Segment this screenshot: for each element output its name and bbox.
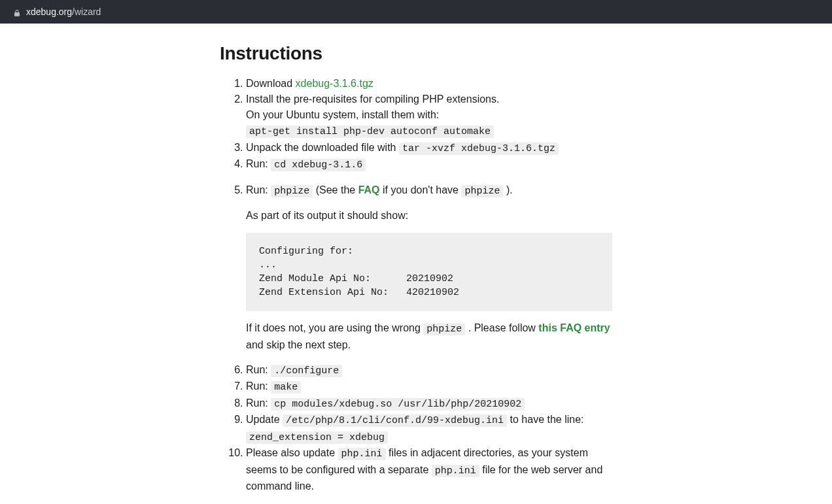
step-6-run: Run: [246,364,271,375]
step-10-text1: Please also update [246,447,338,458]
step-3-text: Unpack the downloaded file with [246,142,399,153]
step-7-cmd: make [271,381,301,394]
instructions-heading: Instructions [220,43,612,64]
step-9-text1: Update [246,414,283,425]
step-5-after3: and skip the next step. [246,339,351,350]
step-5: Run: phpize (See the FAQ if you don't ha… [246,182,612,353]
page-content: Instructions Download xdebug-3.1.6.tgz I… [207,24,625,504]
step-9-cmd1: /etc/php/8.1/cli/conf.d/99-xdebug.ini [283,414,507,427]
download-link[interactable]: xdebug-3.1.6.tgz [296,78,373,89]
step-5-after-cmd: phpize [423,323,465,335]
step-10-cmd1: php.ini [338,448,386,460]
step-2-text-2: On your Ubuntu system, install them with… [246,109,439,120]
step-5-run: Run: [246,184,271,195]
lock-icon [13,8,21,16]
step-5-cmd2: phpize [461,185,503,197]
browser-url-bar[interactable]: xdebug.org/wizard [0,0,832,24]
step-5-mid2: if you don't have [380,184,462,195]
step-10: Please also update php.ini files in adja… [246,445,612,494]
instructions-list: Download xdebug-3.1.6.tgz Install the pr… [220,76,612,494]
step-4-run: Run: [246,158,271,169]
step-5-output-intro: As part of its output it should show: [246,208,612,224]
step-6-cmd: ./configure [271,365,342,377]
step-10-cmd2: php.ini [432,465,479,477]
url-text: xdebug.org/wizard [26,7,101,17]
step-5-mid1: (See the [313,184,358,195]
step-9-text2: to have the line: [507,414,583,425]
step-3: Unpack the downloaded file with tar -xvz… [246,140,612,157]
step-8: Run: cp modules/xdebug.so /usr/lib/php/2… [246,395,612,412]
step-9-cmd2: zend_extension = xdebug [246,431,388,444]
step-2-text-1: Install the pre-requisites for compiling… [246,93,499,105]
step-4-cmd: cd xdebug-3.1.6 [271,159,366,171]
step-8-cmd: cp modules/xdebug.so /usr/lib/php/202109… [271,398,525,411]
step-8-run: Run: [246,397,271,409]
step-1-text: Download [246,78,296,89]
step-5-after2: . Please follow [465,322,538,333]
step-4: Run: cd xdebug-3.1.6 [246,156,612,173]
step-5-cmd: phpize [271,185,313,197]
step-5-output-block: Configuring for: ... Zend Module Api No:… [246,233,612,311]
step-2-cmd: apt-get install php-dev autoconf automak… [246,126,494,138]
step-1: Download xdebug-3.1.6.tgz [246,76,612,92]
step-9: Update /etc/php/8.1/cli/conf.d/99-xdebug… [246,412,612,445]
step-7: Run: make [246,378,612,395]
step-2: Install the pre-requisites for compiling… [246,92,612,140]
faq-link[interactable]: FAQ [358,184,380,195]
step-6: Run: ./configure [246,362,612,379]
step-7-run: Run: [246,380,271,392]
faq-entry-link[interactable]: this FAQ entry [538,322,610,333]
step-5-tail: ). [503,184,512,195]
step-3-cmd: tar -xvzf xdebug-3.1.6.tgz [399,143,559,155]
step-5-after1: If it does not, you are using the wrong [246,322,423,333]
